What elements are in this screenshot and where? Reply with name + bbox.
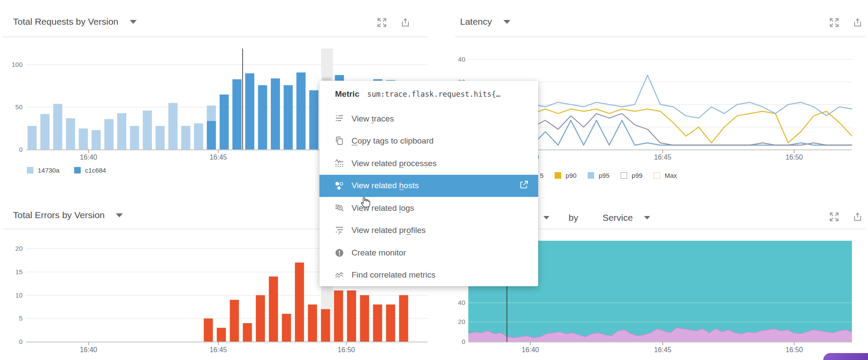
svg-text:16:40: 16:40 [80,346,97,353]
svg-text:40: 40 [458,56,465,63]
svg-text:16:45: 16:45 [210,346,227,353]
svg-text:10: 10 [15,291,23,299]
menu-item-copy-tags-to-clipboard[interactable]: Copy tags to clipboard [319,130,538,153]
expand-icon[interactable] [829,17,839,28]
legend-label: p99 [631,172,642,179]
menu-item-view-related-logs[interactable]: View related logs [319,197,538,219]
menu-item-view-related-hosts[interactable]: View related hosts [319,175,538,197]
legend-swatch [74,167,81,173]
requests-panel-divider [3,36,427,37]
monitor-icon [334,248,345,258]
svg-text:16:45: 16:45 [654,154,671,161]
hand-cursor [358,193,374,211]
menu-item-label: Find correlated metrics [352,270,435,280]
corner-fab[interactable] [823,353,868,360]
legend-swatch [27,167,33,173]
latency-series-series-steel-blue [533,120,852,145]
metric-label: Metric [335,89,359,99]
latency-series-series-gray [533,114,852,145]
latency-panel-divider [455,36,866,37]
svg-text:100: 100 [12,61,23,68]
svg-text:50: 50 [15,103,23,111]
menu-item-view-related-processes[interactable]: View related processes [319,152,538,175]
svg-text:5: 5 [19,314,23,322]
menu-item-find-correlated-metrics[interactable]: Find correlated metrics [319,264,538,287]
legend-item-partial[interactable]: 5 [540,172,543,179]
chevron-down-icon[interactable] [116,213,123,217]
service-group-select[interactable]: Service [602,213,633,223]
metric-context-menu-header: Metric sum:trace.flask.request.hits{… [319,81,538,108]
svg-text:20: 20 [458,318,465,325]
chevron-down-icon[interactable] [543,216,549,219]
legend-swatch [654,172,660,179]
hosts-icon [334,180,345,191]
expand-icon[interactable] [377,17,387,28]
metric-value: sum:trace.flask.request.hits{… [367,90,500,98]
legend-label: Max [664,172,677,179]
svg-text:16:40: 16:40 [80,154,97,161]
svg-text:16:45: 16:45 [210,154,227,161]
svg-text:16:45: 16:45 [654,346,671,353]
latency-legend: 5p90p95p99Max [540,172,677,179]
share-icon[interactable] [852,212,863,222]
chevron-down-icon[interactable] [130,20,137,24]
svg-text:16:50: 16:50 [786,154,803,161]
menu-item-label: View related profiles [352,226,426,235]
menu-item-view-related-profiles[interactable]: View related profiles [319,219,538,242]
logs-icon [334,203,345,213]
legend-swatch [588,172,594,179]
service-panel-actions [829,212,863,222]
svg-text:15: 15 [15,268,23,275]
latency-panel-header: Latency [460,16,510,27]
latency-series-p95 [533,75,852,118]
latency-panel-title[interactable]: Latency [460,16,492,27]
legend-label: p90 [566,172,576,179]
legend-item-p95[interactable]: p95 [588,172,609,179]
legend-label: p95 [598,172,609,179]
svg-text:0: 0 [19,338,23,345]
legend-item-c1c684[interactable]: c1c684 [74,167,106,174]
legend-item-14730a[interactable]: 14730a [27,167,59,174]
chevron-down-icon[interactable] [644,216,650,219]
legend-item-p90[interactable]: p90 [555,172,576,179]
legend-item-p99[interactable]: p99 [621,172,642,179]
menu-item-label: View related processes [352,159,437,168]
share-icon[interactable] [852,17,863,28]
legend-swatch [621,172,627,179]
traces-icon [334,114,345,124]
menu-item-view-traces[interactable]: View traces [319,108,538,130]
processes-icon [334,158,345,169]
svg-text:16:50: 16:50 [786,346,803,353]
latency-panel-actions [829,17,863,28]
external-link-icon [519,180,529,192]
legend-swatch [555,172,561,179]
menu-item-label: View traces [352,114,394,124]
share-icon[interactable] [400,17,411,28]
metric-context-menu: Metric sum:trace.flask.request.hits{… Vi… [319,81,538,286]
requests-panel-header: Total Requests by Version [13,16,137,27]
legend-item-max[interactable]: Max [654,172,677,179]
svg-text:0: 0 [462,338,465,345]
requests-legend: 14730ac1c684 [27,167,106,174]
menu-item-label: View related hosts [352,181,419,190]
menu-item-create-monitor[interactable]: Create monitor [319,242,538,264]
latency-series-p90 [533,109,852,143]
requests-panel-actions [377,17,411,28]
metric-context-menu-items: View tracesCopy tags to clipboardView re… [319,108,538,286]
svg-text:16:50: 16:50 [338,346,355,353]
chevron-down-icon[interactable] [503,20,510,24]
requests-panel-title[interactable]: Total Requests by Version [13,16,118,27]
svg-text:0: 0 [19,146,23,153]
expand-icon[interactable] [829,212,839,222]
svg-text:16:40: 16:40 [522,346,539,353]
errors-panel-title[interactable]: Total Errors by Version [13,210,105,220]
correlated-icon [334,270,345,280]
service-by-label: by [569,213,578,223]
dashboard: 05010016:4016:4516:5001020304016:4016:45… [0,0,868,360]
menu-item-label: Create monitor [352,248,406,258]
service-panel-header: by Service [543,213,650,223]
legend-label: 14730a [38,167,59,174]
svg-text:20: 20 [15,245,23,252]
legend-label: c1c684 [85,167,106,174]
errors-panel-header: Total Errors by Version [13,210,123,220]
